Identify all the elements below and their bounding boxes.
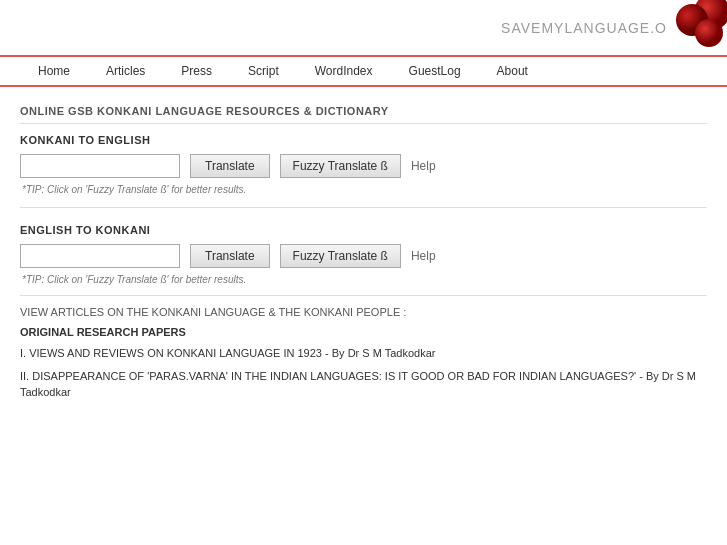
english-tip: *TIP: Click on 'Fuzzy Translate ß' for b… [20, 274, 707, 285]
english-to-konkani-label: ENGLISH TO KONKANI [20, 224, 707, 236]
svg-point-2 [695, 19, 723, 47]
english-to-konkani-section: ENGLISH TO KONKANI Translate Fuzzy Trans… [20, 214, 707, 291]
research-label: ORIGINAL RESEARCH PAPERS [20, 326, 707, 338]
konkani-help-link[interactable]: Help [411, 159, 436, 173]
article-item-2: II. DISAPPEARANCE OF 'PARAS.VARNA' IN TH… [20, 369, 707, 400]
nav-item-script[interactable]: Script [230, 57, 297, 85]
nav-item-wordindex[interactable]: WordIndex [297, 57, 391, 85]
english-to-konkani-row: Translate Fuzzy Translate ß Help [20, 244, 707, 268]
konkani-tip: *TIP: Click on 'Fuzzy Translate ß' for b… [20, 184, 707, 195]
nav-item-guestlog[interactable]: GuestLog [391, 57, 479, 85]
konkani-to-english-row: Translate Fuzzy Translate ß Help [20, 154, 707, 178]
nav-bar: Home Articles Press Script WordIndex Gue… [0, 55, 727, 87]
english-help-link[interactable]: Help [411, 249, 436, 263]
konkani-fuzzy-button[interactable]: Fuzzy Translate ß [280, 154, 401, 178]
section-divider-1 [20, 207, 707, 208]
nav-item-press[interactable]: Press [163, 57, 230, 85]
nav-item-home[interactable]: Home [20, 57, 88, 85]
page-subtitle: ONLINE GSB KONKANI LANGUAGE RESOURCES & … [20, 97, 707, 124]
nav-item-articles[interactable]: Articles [88, 57, 163, 85]
page-wrapper: SAVEMYLANGUAGE.O [0, 0, 727, 545]
konkani-to-english-section: KONKANI TO ENGLISH Translate Fuzzy Trans… [20, 124, 707, 201]
nav-inner: Home Articles Press Script WordIndex Gue… [0, 57, 727, 85]
site-title: SAVEMYLANGUAGE.O [501, 20, 667, 36]
konkani-translate-button[interactable]: Translate [190, 154, 270, 178]
articles-title: VIEW ARTICLES ON THE KONKANI LANGUAGE & … [20, 306, 707, 318]
main-content: ONLINE GSB KONKANI LANGUAGE RESOURCES & … [0, 87, 727, 428]
header: SAVEMYLANGUAGE.O [0, 0, 727, 55]
english-input[interactable] [20, 244, 180, 268]
english-fuzzy-button[interactable]: Fuzzy Translate ß [280, 244, 401, 268]
konkani-input[interactable] [20, 154, 180, 178]
articles-section: VIEW ARTICLES ON THE KONKANI LANGUAGE & … [20, 295, 707, 418]
konkani-to-english-label: KONKANI TO ENGLISH [20, 134, 707, 146]
article-item-1: I. VIEWS AND REVIEWS ON KONKANI LANGUAGE… [20, 346, 707, 361]
logo-decoration [657, 0, 727, 55]
nav-item-about[interactable]: About [479, 57, 546, 85]
english-translate-button[interactable]: Translate [190, 244, 270, 268]
